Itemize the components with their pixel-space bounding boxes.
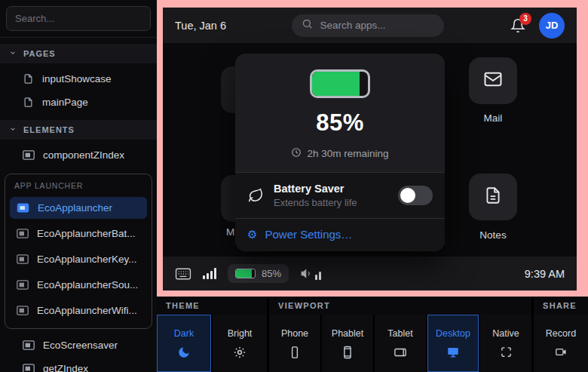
- desktop-area: M Mail Notes: [163, 43, 577, 257]
- button-label: Native: [492, 328, 519, 339]
- desktop-icon: [446, 346, 461, 359]
- sidebar-search-input[interactable]: [15, 13, 142, 24]
- component-icon: [17, 280, 29, 290]
- section-label: PAGES: [23, 49, 56, 58]
- divider: [0, 37, 157, 38]
- notifications-button[interactable]: 3: [510, 18, 525, 33]
- app-launcher-group: APP LAUNCHER EcoApplauncher EcoApplaunch…: [5, 174, 152, 329]
- sidebar-item-ecoapplauncherbat[interactable]: EcoApplauncherBat...: [10, 223, 147, 244]
- viewport-phone-button[interactable]: Phone: [269, 315, 320, 372]
- battery-remaining-label: 2h 30m remaining: [307, 148, 388, 159]
- notification-badge: 3: [519, 13, 531, 25]
- battery-saver-subtitle: Extends battery life: [274, 197, 357, 208]
- sidebar-item-ecoscreensaver[interactable]: EcoScreensaver: [0, 334, 157, 357]
- clock-label: 9:39 AM: [525, 268, 565, 280]
- sidebar-item-label: inputShowcase: [42, 73, 112, 85]
- moon-icon: [177, 346, 191, 359]
- section-title: THEME: [157, 297, 267, 315]
- button-label: Phablet: [332, 328, 363, 339]
- taskbar-battery-percent: 85%: [262, 268, 281, 279]
- sidebar-item-ecoapplauncherwifi[interactable]: EcoApplauncherWifi...: [10, 300, 147, 321]
- component-icon: [17, 229, 29, 238]
- avatar[interactable]: JD: [539, 13, 565, 38]
- battery-popup: 85% 2h 30m remaining: [235, 54, 445, 251]
- app-search[interactable]: [292, 14, 444, 37]
- app-label-mail: Mail: [469, 112, 517, 124]
- sidebar-item-label: mainPage: [42, 97, 88, 108]
- app-label-notes: Notes: [469, 229, 517, 241]
- sidebar-item-label: EcoApplauncher: [38, 202, 112, 214]
- preview-taskbar: 85% 9:39 AM: [163, 257, 577, 291]
- chevron-down-icon: [9, 125, 17, 134]
- sidebar-item-ecoapplauncher[interactable]: EcoApplauncher: [10, 197, 147, 219]
- button-label: Desktop: [436, 328, 470, 339]
- component-icon: [23, 150, 35, 160]
- power-settings-label: Power Settings…: [265, 228, 352, 241]
- component-icon: [17, 203, 29, 213]
- phone-icon: [288, 346, 302, 359]
- viewport-tablet-button[interactable]: Tablet: [375, 315, 426, 372]
- sidebar-item-label: EcoApplauncherWifi...: [37, 305, 137, 316]
- notes-icon: [483, 186, 503, 208]
- viewport-native-button[interactable]: Native: [480, 315, 531, 372]
- playground-toolbar: THEME Dark Bright VIEWPORT: [157, 297, 588, 372]
- section-title: VIEWPORT: [269, 297, 531, 315]
- battery-icon: [310, 69, 370, 98]
- phablet-icon: [341, 346, 354, 359]
- sidebar-item-label: EcoApplauncherKey...: [37, 254, 137, 265]
- sidebar-item-ecoapplaunchersou[interactable]: EcoApplauncherSou...: [10, 274, 147, 296]
- file-icon: [23, 73, 34, 85]
- share-record-button[interactable]: Record: [534, 315, 588, 372]
- button-label: Tablet: [387, 328, 412, 339]
- button-label: Bright: [228, 328, 253, 339]
- keyboard-icon[interactable]: [175, 267, 191, 281]
- sidebar-item-label: EcoScreensaver: [43, 340, 118, 351]
- search-icon: [302, 18, 313, 32]
- power-settings-link[interactable]: ⚙ Power Settings…: [235, 219, 445, 251]
- sidebar-item-label: EcoApplauncherSou...: [37, 279, 138, 291]
- battery-status-section: 85% 2h 30m remaining: [235, 54, 445, 172]
- group-label: APP LAUNCHER: [10, 179, 147, 197]
- battery-saver-row: Battery Saver Extends battery life: [235, 173, 445, 218]
- sidebar-item-label: getZIndex: [43, 363, 88, 372]
- section-label: ELEMENTS: [23, 125, 75, 134]
- signal-strength-icon[interactable]: [203, 268, 216, 279]
- battery-fill-level: [312, 72, 360, 96]
- viewport-phablet-button[interactable]: Phablet: [322, 315, 373, 372]
- battery-saver-title: Battery Saver: [274, 183, 357, 195]
- preview-topbar: Tue, Jan 6 3 JD: [163, 8, 577, 43]
- app-search-input[interactable]: [320, 20, 434, 31]
- battery-saver-toggle[interactable]: [398, 186, 433, 205]
- chevron-down-icon: [9, 49, 17, 58]
- theme-dark-button[interactable]: Dark: [157, 315, 211, 372]
- sidebar-item-getzindex[interactable]: getZIndex: [0, 357, 157, 372]
- toggle-knob: [400, 188, 415, 203]
- section-header-pages[interactable]: PAGES: [0, 44, 157, 63]
- sidebar-item-label: EcoApplauncherBat...: [37, 228, 136, 239]
- record-video-icon: [554, 346, 568, 358]
- button-label: Record: [546, 328, 576, 339]
- sidebar-item-ecoapplauncherkey[interactable]: EcoApplauncherKey...: [10, 248, 147, 270]
- taskbar-battery-button[interactable]: 85%: [228, 264, 289, 283]
- toolbar-section-theme: THEME Dark Bright: [157, 297, 267, 372]
- app-tile-notes[interactable]: [469, 174, 517, 220]
- file-icon: [23, 97, 34, 108]
- fullscreen-brackets-icon: [500, 346, 513, 358]
- button-label: Phone: [281, 328, 308, 339]
- sidebar-search[interactable]: [6, 6, 151, 31]
- viewport-desktop-button[interactable]: Desktop: [427, 315, 479, 372]
- app-tile-mail[interactable]: [469, 57, 517, 104]
- volume-icon[interactable]: [300, 267, 321, 280]
- preview-highlight-frame: Tue, Jan 6 3 JD: [157, 0, 588, 297]
- section-header-elements[interactable]: ELEMENTS: [0, 120, 157, 140]
- sidebar-item-label: componentZIndex: [43, 149, 124, 161]
- battery-icon: [235, 269, 256, 278]
- sidebar-item-componentzindex[interactable]: componentZIndex: [0, 143, 157, 167]
- sidebar-item-inputshowcase[interactable]: inputShowcase: [0, 67, 157, 91]
- battery-fill-level: [236, 269, 252, 278]
- sidebar-item-mainpage[interactable]: mainPage: [0, 91, 157, 114]
- leaf-icon: [247, 187, 264, 204]
- battery-percentage: 85%: [247, 109, 433, 137]
- clock-icon: [291, 147, 302, 160]
- theme-bright-button[interactable]: Bright: [213, 315, 267, 372]
